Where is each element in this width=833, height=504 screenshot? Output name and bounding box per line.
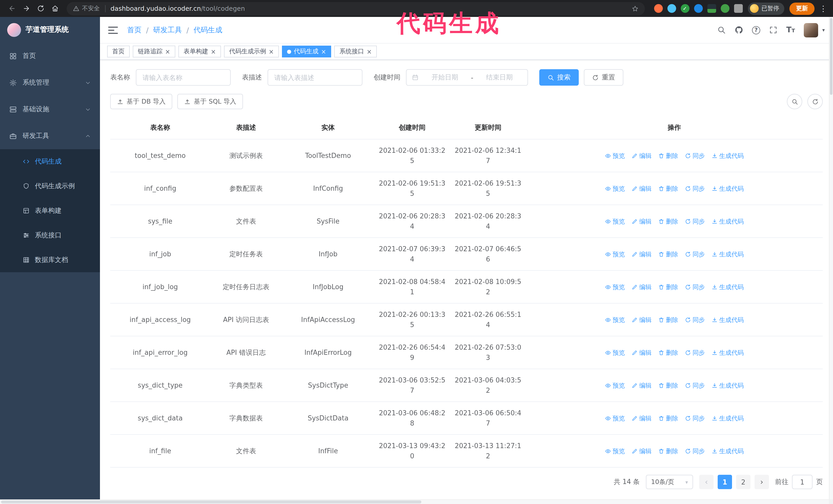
delete-link[interactable]: 删除: [658, 217, 678, 226]
generate-code-link[interactable]: 生成代码: [712, 381, 744, 390]
close-icon[interactable]: ×: [269, 48, 274, 55]
preview-link[interactable]: 预览: [605, 249, 625, 259]
preview-link[interactable]: 预览: [605, 446, 625, 456]
sync-link[interactable]: 同步: [685, 217, 705, 226]
sync-link[interactable]: 同步: [685, 446, 705, 456]
breadcrumb-dev-tools[interactable]: 研发工具: [153, 25, 182, 34]
generate-code-link[interactable]: 生成代码: [712, 413, 744, 423]
fullscreen-icon[interactable]: [769, 26, 778, 34]
import-sql-button[interactable]: 基于 SQL 导入: [177, 94, 243, 109]
sidebar-toggle-icon[interactable]: [108, 26, 118, 33]
tab-system-api[interactable]: 系统接口×: [334, 46, 377, 57]
delete-link[interactable]: 删除: [658, 446, 678, 456]
toggle-search-button[interactable]: [787, 94, 802, 109]
browser-refresh-button[interactable]: [34, 2, 47, 15]
edit-link[interactable]: 编辑: [632, 348, 651, 357]
generate-code-link[interactable]: 生成代码: [712, 348, 744, 357]
sidebar-item-system-api[interactable]: 系统接口: [0, 223, 100, 248]
help-icon[interactable]: ?: [752, 26, 760, 34]
preview-link[interactable]: 预览: [605, 348, 625, 357]
extension-icon-green-check[interactable]: ✓: [681, 4, 689, 13]
extension-icon-drop[interactable]: [667, 4, 676, 13]
edit-link[interactable]: 编辑: [632, 446, 651, 456]
edit-link[interactable]: 编辑: [632, 151, 651, 160]
import-db-button[interactable]: 基于 DB 导入: [110, 94, 172, 109]
extension-icon-orange[interactable]: [654, 4, 663, 13]
preview-link[interactable]: 预览: [605, 184, 625, 193]
edit-link[interactable]: 编辑: [632, 315, 651, 324]
page-button-2[interactable]: 2: [736, 475, 751, 489]
edit-link[interactable]: 编辑: [632, 184, 651, 193]
sync-link[interactable]: 同步: [685, 249, 705, 259]
delete-link[interactable]: 删除: [658, 282, 678, 291]
sidebar-item-system[interactable]: 系统管理: [0, 69, 100, 96]
horizontal-scrollbar[interactable]: [0, 499, 829, 504]
preview-link[interactable]: 预览: [605, 282, 625, 291]
extension-icon-card[interactable]: [707, 4, 716, 13]
avatar-dropdown-caret[interactable]: ▾: [822, 27, 825, 33]
browser-menu-button[interactable]: ⋮: [819, 4, 828, 13]
extension-icon-leaf[interactable]: [720, 4, 729, 13]
delete-link[interactable]: 删除: [658, 348, 678, 357]
sidebar-item-infrastructure[interactable]: 基础设施: [0, 96, 100, 123]
table-desc-input[interactable]: [268, 69, 362, 86]
close-icon[interactable]: ×: [165, 48, 170, 55]
page-button-1[interactable]: 1: [718, 475, 732, 489]
edit-link[interactable]: 编辑: [632, 282, 651, 291]
browser-home-button[interactable]: [48, 2, 62, 15]
security-warning[interactable]: 不安全: [73, 5, 100, 12]
preview-link[interactable]: 预览: [605, 315, 625, 324]
scrollbar-thumb[interactable]: [830, 18, 832, 95]
tab-form-builder[interactable]: 表单构建×: [178, 46, 221, 57]
tab-codegen-example[interactable]: 代码生成示例×: [224, 46, 279, 57]
delete-link[interactable]: 删除: [658, 381, 678, 390]
sync-link[interactable]: 同步: [685, 348, 705, 357]
sync-link[interactable]: 同步: [685, 381, 705, 390]
breadcrumb-home[interactable]: 首页: [127, 25, 142, 34]
generate-code-link[interactable]: 生成代码: [712, 282, 744, 291]
bookmark-star-icon[interactable]: [631, 5, 639, 12]
sidebar-item-dev-tools[interactable]: 研发工具: [0, 123, 100, 149]
generate-code-link[interactable]: 生成代码: [712, 184, 744, 193]
delete-link[interactable]: 删除: [658, 315, 678, 324]
sync-link[interactable]: 同步: [685, 413, 705, 423]
app-logo[interactable]: 芋道管理系统: [0, 17, 100, 43]
page-size-select[interactable]: 10条/页 ▾: [646, 475, 693, 489]
sync-link[interactable]: 同步: [685, 315, 705, 324]
extension-icon-people[interactable]: [694, 4, 703, 13]
generate-code-link[interactable]: 生成代码: [712, 151, 744, 160]
extensions-puzzle-icon[interactable]: [734, 4, 742, 13]
next-page-button[interactable]: ›: [755, 475, 769, 489]
generate-code-link[interactable]: 生成代码: [712, 217, 744, 226]
sync-link[interactable]: 同步: [685, 151, 705, 160]
tab-home[interactable]: 首页: [107, 46, 130, 57]
browser-back-button[interactable]: [5, 2, 19, 15]
tab-tracing[interactable]: 链路追踪×: [133, 46, 175, 57]
reset-button[interactable]: 重置: [584, 69, 623, 86]
preview-link[interactable]: 预览: [605, 381, 625, 390]
browser-forward-button[interactable]: [20, 2, 33, 15]
github-icon[interactable]: [735, 26, 743, 34]
generate-code-link[interactable]: 生成代码: [712, 249, 744, 259]
search-button[interactable]: 搜索: [539, 69, 579, 86]
table-name-input[interactable]: [136, 69, 231, 86]
close-icon[interactable]: ×: [211, 48, 216, 55]
preview-link[interactable]: 预览: [605, 217, 625, 226]
preview-link[interactable]: 预览: [605, 151, 625, 160]
sidebar-item-home[interactable]: 首页: [0, 43, 100, 69]
browser-update-button[interactable]: 更新: [789, 2, 814, 15]
delete-link[interactable]: 删除: [658, 413, 678, 423]
user-avatar[interactable]: [804, 23, 818, 37]
browser-profile-chip[interactable]: 已暂停: [748, 2, 784, 15]
vertical-scrollbar[interactable]: [829, 17, 833, 499]
close-icon[interactable]: ×: [321, 48, 326, 55]
edit-link[interactable]: 编辑: [632, 249, 651, 259]
sidebar-item-codegen-example[interactable]: 代码生成示例: [0, 174, 100, 198]
generate-code-link[interactable]: 生成代码: [712, 446, 744, 456]
date-range-picker[interactable]: 开始日期 - 结束日期: [406, 69, 528, 86]
prev-page-button[interactable]: ‹: [699, 475, 714, 489]
edit-link[interactable]: 编辑: [632, 217, 651, 226]
sidebar-item-codegen[interactable]: 代码生成: [0, 149, 100, 174]
scrollbar-thumb[interactable]: [1, 500, 421, 503]
tab-codegen[interactable]: 代码生成×: [282, 46, 331, 57]
